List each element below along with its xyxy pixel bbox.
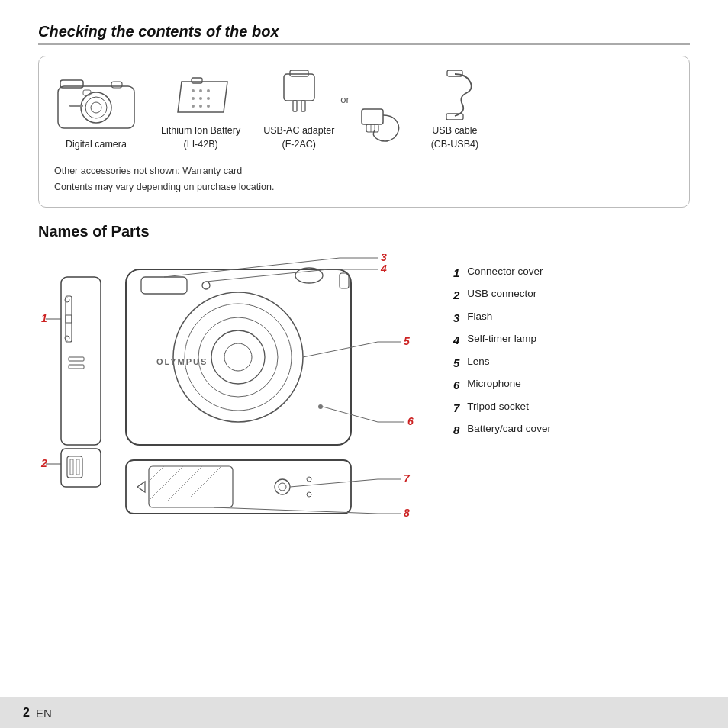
- svg-point-17: [207, 105, 210, 108]
- svg-point-13: [199, 97, 202, 100]
- svg-point-11: [207, 89, 210, 92]
- item-camera-label: Digital camera: [66, 138, 127, 152]
- svg-rect-34: [69, 357, 84, 361]
- svg-point-46: [202, 282, 210, 289]
- svg-marker-78: [137, 482, 145, 492]
- svg-rect-28: [446, 114, 463, 120]
- svg-line-82: [214, 507, 378, 514]
- svg-point-15: [192, 105, 195, 108]
- svg-text:8: 8: [404, 507, 410, 519]
- or-text: or: [340, 94, 350, 128]
- svg-point-12: [192, 97, 195, 100]
- part-label: USB connector: [464, 284, 554, 307]
- camera-image: [54, 72, 138, 134]
- svg-line-59: [206, 269, 328, 282]
- items-row: Digital camera: [54, 70, 674, 151]
- svg-point-9: [192, 89, 195, 92]
- section2-title: Names of Parts: [38, 223, 690, 240]
- plug-image: [356, 101, 405, 151]
- svg-rect-38: [70, 459, 73, 475]
- svg-point-14: [207, 97, 210, 100]
- item-battery-label: Lithium Ion Battery(LI-42B): [161, 124, 240, 151]
- svg-rect-31: [66, 315, 72, 323]
- item-adapter: USB-AC adapter(F-2AC): [263, 70, 334, 151]
- svg-point-75: [279, 483, 286, 491]
- part-label: Microphone: [464, 374, 554, 397]
- parts-diagram-svg: 1 2 OLYMPUS: [38, 254, 435, 552]
- svg-rect-6: [69, 105, 83, 107]
- parts-list-item: 6Microphone: [450, 374, 554, 397]
- parts-list-item: 5Lens: [450, 352, 554, 375]
- parts-list: 1Connector cover2USB connector3Flash4Sel…: [435, 254, 690, 442]
- svg-rect-39: [76, 459, 79, 475]
- svg-line-70: [149, 466, 164, 482]
- svg-rect-55: [340, 273, 349, 288]
- parts-list-item: 7Tripod socket: [450, 397, 554, 420]
- svg-rect-5: [111, 82, 122, 88]
- svg-point-10: [199, 89, 202, 92]
- svg-text:7: 7: [404, 472, 411, 485]
- svg-rect-69: [149, 466, 233, 507]
- adapter-image: [276, 70, 322, 120]
- battery-image: [170, 74, 231, 120]
- parts-list-item: 2USB connector: [450, 284, 554, 307]
- svg-text:6: 6: [407, 415, 414, 427]
- section1-title: Checking the contents of the box: [38, 23, 690, 45]
- page-number: 2: [23, 706, 30, 720]
- item-usb-cable-label: USB cable(CB-USB4): [431, 124, 479, 151]
- svg-point-77: [307, 492, 311, 497]
- svg-line-79: [290, 479, 378, 487]
- svg-line-73: [191, 466, 221, 497]
- parts-list-item: 3Flash: [450, 307, 554, 330]
- svg-rect-24: [366, 124, 378, 132]
- parts-list-item: 4Self-timer lamp: [450, 329, 554, 352]
- svg-text:2: 2: [40, 457, 47, 469]
- item-adapter-label: USB-AC adapter(F-2AC): [263, 124, 334, 151]
- parts-section: 1 2 OLYMPUS: [38, 254, 690, 552]
- item-usb-cable: USB cable(CB-USB4): [428, 70, 482, 151]
- svg-point-3: [91, 102, 101, 113]
- svg-rect-7: [83, 90, 91, 95]
- item-battery: Lithium Ion Battery(LI-42B): [161, 74, 240, 151]
- part-number: 1: [450, 262, 464, 285]
- svg-rect-37: [67, 456, 82, 478]
- svg-line-72: [168, 466, 202, 501]
- svg-point-16: [199, 105, 202, 108]
- svg-text:4: 4: [380, 263, 387, 275]
- svg-point-50: [198, 317, 278, 397]
- svg-text:1: 1: [41, 312, 47, 324]
- item-plug: [356, 101, 405, 151]
- part-number: 8: [450, 419, 464, 442]
- part-label: Lens: [464, 352, 554, 375]
- svg-rect-18: [192, 78, 202, 83]
- svg-line-56: [164, 258, 340, 277]
- svg-rect-23: [362, 109, 383, 124]
- svg-point-74: [275, 479, 290, 494]
- box-note: Other accessories not shown: Warranty ca…: [54, 163, 674, 196]
- svg-rect-68: [126, 460, 351, 514]
- item-camera: Digital camera: [54, 72, 138, 152]
- svg-text:OLYMPUS: OLYMPUS: [156, 357, 208, 366]
- svg-rect-35: [69, 365, 84, 369]
- svg-point-54: [318, 404, 323, 409]
- svg-rect-20: [293, 101, 297, 111]
- parts-list-item: 1Connector cover: [450, 262, 554, 285]
- usb-cable-image: [428, 70, 482, 120]
- svg-marker-8: [178, 82, 227, 112]
- svg-point-51: [211, 330, 265, 384]
- svg-line-71: [149, 466, 183, 501]
- svg-rect-22: [290, 70, 308, 76]
- part-number: 3: [450, 307, 464, 330]
- parts-table: 1Connector cover2USB connector3Flash4Sel…: [450, 262, 554, 442]
- svg-rect-27: [447, 70, 462, 76]
- part-number: 7: [450, 397, 464, 420]
- parts-list-item: 8Battery/card cover: [450, 419, 554, 442]
- svg-point-76: [307, 477, 311, 482]
- svg-point-2: [85, 97, 107, 118]
- bottom-bar: 2 EN: [0, 697, 728, 728]
- svg-line-62: [303, 342, 378, 357]
- part-label: Flash: [464, 307, 554, 330]
- svg-rect-45: [141, 277, 187, 294]
- box-contents: Digital camera: [38, 56, 690, 208]
- svg-rect-21: [301, 101, 305, 111]
